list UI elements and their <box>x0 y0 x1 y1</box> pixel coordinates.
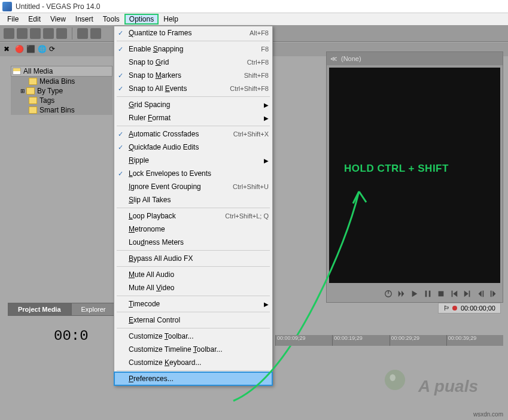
tool-btn-2[interactable]: 🔴 <box>15 45 25 54</box>
menu-item-ripple[interactable]: Ripple▶ <box>114 154 272 167</box>
menu-item-snap-to-all-events[interactable]: ✓Snap to All EventsCtrl+Shift+F8 <box>114 82 272 95</box>
menu-item-customize-timeline-toolbar[interactable]: Customize Timeline Toolbar... <box>114 343 272 356</box>
menu-item-timecode[interactable]: Timecode▶ <box>114 297 272 311</box>
ruler-tick: 00:00:29;29 <box>390 335 446 346</box>
tool-btn-5[interactable]: ⟳ <box>49 45 59 54</box>
dropdown-separator <box>117 250 270 251</box>
dropdown-separator <box>117 208 270 208</box>
menu-insert[interactable]: Insert <box>71 14 98 25</box>
svg-point-6 <box>390 375 396 381</box>
submenu-arrow-icon: ▶ <box>264 102 269 108</box>
checkmark-icon: ✓ <box>118 130 125 138</box>
tree-item-smart-bins[interactable]: Smart Bins <box>11 105 112 115</box>
tool-btn-3[interactable]: ⬛ <box>26 45 36 54</box>
checkmark-icon: ✓ <box>118 72 125 79</box>
menu-item-metronome[interactable]: Metronome <box>114 223 272 236</box>
open-button[interactable] <box>17 28 28 39</box>
tool-btn-1[interactable]: ✖ <box>4 45 13 54</box>
timecode-display: 🏳 00:00:00;00 <box>438 303 501 314</box>
timeline-ruler[interactable]: 00:00:09;2900:00:19;2900:00:29;2900:00:3… <box>275 335 503 346</box>
play-from-start-icon[interactable] <box>397 290 406 298</box>
go-to-start-icon[interactable] <box>450 290 458 298</box>
menu-item-slip-all-takes[interactable]: Slip All Takes <box>114 193 272 206</box>
menu-item-customize-toolbar[interactable]: Customize Toolbar... <box>114 330 272 343</box>
menu-item-loudness-meters[interactable]: Loudness Meters <box>114 236 272 249</box>
dropdown-separator <box>117 41 270 41</box>
menu-tools[interactable]: Tools <box>98 14 124 25</box>
menu-item-ignore-event-grouping[interactable]: Ignore Event GroupingCtrl+Shift+U <box>114 180 272 193</box>
watermark-url: wsxdn.com <box>473 411 503 418</box>
menu-item-enable-snapping[interactable]: ✓Enable SnappingF8 <box>114 42 272 56</box>
menu-item-customize-keyboard[interactable]: Customize Keyboard... <box>114 356 272 369</box>
app-icon <box>2 2 12 11</box>
timecode-value: 00:00:00;00 <box>461 305 495 312</box>
svg-rect-3 <box>429 291 431 297</box>
play-icon[interactable] <box>410 290 419 298</box>
dropdown-separator <box>117 296 270 296</box>
menu-options[interactable]: Options <box>124 14 159 25</box>
dropdown-separator <box>117 266 270 267</box>
menu-bar: FileEditViewInsertToolsOptionsHelp <box>0 13 508 25</box>
window-title: Untitled - VEGAS Pro 14.0 <box>16 2 100 11</box>
menu-item-quickfade-audio-edits[interactable]: ✓Quickfade Audio Edits <box>114 141 272 154</box>
menu-item-external-control[interactable]: External Control <box>114 314 272 327</box>
folder-icon <box>29 106 37 114</box>
folder-icon <box>29 97 37 104</box>
menu-item-snap-to-grid[interactable]: Snap to GridCtrl+F8 <box>114 56 272 69</box>
timeline-time-display: 00:0 <box>54 328 89 344</box>
preview-transport <box>327 285 503 302</box>
render-button[interactable] <box>56 28 67 39</box>
tree-item-media-bins[interactable]: Media Bins <box>11 77 112 86</box>
checkmark-icon: ✓ <box>118 45 125 53</box>
ruler-tick: 00:00:09;29 <box>275 335 332 346</box>
menu-item-mute-all-video[interactable]: Mute All Video <box>114 281 272 294</box>
tree-item-by-type[interactable]: ⊞By Type <box>11 86 112 96</box>
submenu-arrow-icon: ▶ <box>264 157 269 164</box>
menu-item-preferences[interactable]: Preferences... <box>114 372 273 386</box>
watermark-icon <box>384 369 406 391</box>
menu-help[interactable]: Help <box>159 14 183 25</box>
menu-item-lock-envelopes-to-events[interactable]: ✓Lock Envelopes to Events <box>114 167 272 180</box>
menu-item-loop-playback[interactable]: Loop PlaybackCtrl+Shift+L; Q <box>114 209 272 223</box>
tool-btn-4[interactable]: 🌐 <box>38 45 47 54</box>
preview-canvas[interactable] <box>329 68 500 283</box>
checkmark-icon: ✓ <box>118 170 125 177</box>
preview-header-label: (None) <box>341 55 361 62</box>
new-button[interactable] <box>4 28 14 39</box>
tab-explorer[interactable]: Explorer <box>71 303 116 316</box>
menu-item-grid-spacing[interactable]: Grid Spacing▶ <box>114 98 272 111</box>
menu-item-automatic-crossfades[interactable]: ✓Automatic CrossfadesCtrl+Shift+X <box>114 127 272 141</box>
menu-view[interactable]: View <box>45 14 71 25</box>
cut-button[interactable] <box>90 28 101 39</box>
watermark-text: A puals <box>418 377 478 396</box>
properties-button[interactable] <box>77 28 88 39</box>
menu-item-bypass-all-audio-fx[interactable]: Bypass All Audio FX <box>114 252 272 265</box>
folder-icon <box>26 87 35 95</box>
menu-item-ruler-format[interactable]: Ruler Format▶ <box>114 111 272 124</box>
menu-item-snap-to-markers[interactable]: ✓Snap to MarkersShift+F8 <box>114 69 272 82</box>
menu-file[interactable]: File <box>2 14 23 25</box>
shortcut-label: Ctrl+Shift+F8 <box>230 85 269 92</box>
menu-edit[interactable]: Edit <box>23 14 45 25</box>
folder-icon <box>29 78 37 85</box>
media-tree: All Media Media Bins⊞By TypeTagsSmart Bi… <box>11 66 112 115</box>
save-button[interactable] <box>30 28 41 39</box>
saveas-button[interactable] <box>43 28 54 39</box>
stop-icon[interactable] <box>437 290 445 298</box>
prev-frame-icon[interactable] <box>476 290 485 298</box>
ruler-tick: 00:00:19;29 <box>332 335 389 346</box>
power-icon[interactable] <box>384 290 393 298</box>
go-to-end-icon[interactable] <box>463 290 472 298</box>
tab-project-media[interactable]: Project Media <box>8 303 71 316</box>
menu-item-mute-all-audio[interactable]: Mute All Audio <box>114 268 272 281</box>
pause-icon[interactable] <box>424 290 432 298</box>
ruler-tick: 00:00:39;29 <box>446 335 503 346</box>
options-dropdown: ✓Quantize to FramesAlt+F8✓Enable Snappin… <box>114 26 273 386</box>
next-frame-icon[interactable] <box>489 290 498 298</box>
svg-rect-2 <box>425 291 427 297</box>
shortcut-label: F8 <box>261 45 269 53</box>
menu-item-quantize-to-frames[interactable]: ✓Quantize to FramesAlt+F8 <box>114 26 272 39</box>
tree-item-tags[interactable]: Tags <box>11 96 112 105</box>
shortcut-label: Ctrl+Shift+X <box>233 130 269 138</box>
tree-root[interactable]: All Media <box>11 66 112 77</box>
